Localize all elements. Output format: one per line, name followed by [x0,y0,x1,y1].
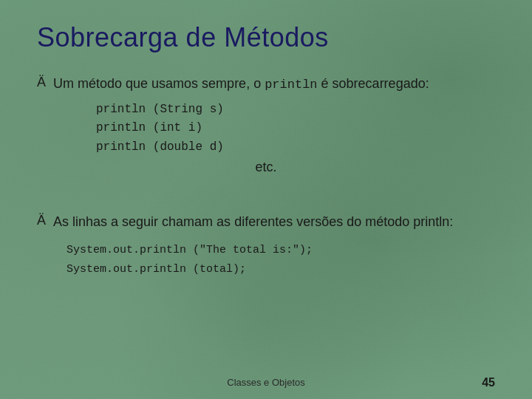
bullet-line-1: Ä Um método que usamos sempre, o println… [37,74,495,95]
bullet-section-1: Ä Um método que usamos sempre, o println… [37,74,495,190]
bullet-section-2: Ä As linhas a seguir chamam as diferente… [37,212,495,279]
bullet-text-1: Um método que usamos sempre, o println é… [53,74,429,95]
system-code-line-2: System.out.println (total); [66,260,495,279]
code-line-1: println (String s) [96,100,495,120]
slide: Sobrecarga de Métodos Ä Um método que us… [0,0,532,399]
slide-title: Sobrecarga de Métodos [37,22,495,53]
bullet-text-2: As linhas a seguir chamam as diferentes … [53,212,453,232]
footer-page: 45 [482,376,495,389]
bullet-symbol-2: Ä [37,213,46,228]
system-code-block: System.out.println ("The total is:"); Sy… [66,241,495,279]
code-block-1: println (String s) println (int i) print… [96,100,495,157]
bullet-line-2: Ä As linhas a seguir chamam as diferente… [37,212,495,232]
footer: Classes e Objetos 45 [0,377,532,388]
system-code-line-1: System.out.println ("The total is:"); [66,241,495,260]
footer-label: Classes e Objetos [37,377,495,388]
bullet-symbol-1: Ä [37,75,46,90]
code-line-2: println (int i) [96,119,495,138]
etc-label: etc. [37,160,495,175]
code-line-3: println (double d) [96,138,495,157]
